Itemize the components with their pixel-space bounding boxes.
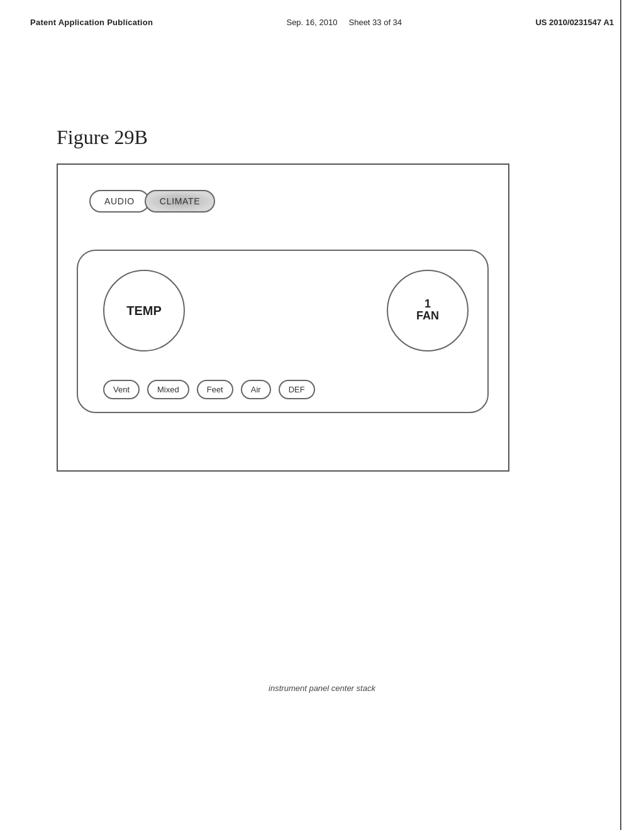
tab-audio[interactable]: AUDIO [89,190,150,213]
mode-air-button[interactable]: Air [241,380,271,399]
header-date: Sep. 16, 2010 [286,18,337,27]
temp-label: TEMP [126,304,162,318]
mode-feet-button[interactable]: Feet [197,380,233,399]
tab-row: AUDIO CLIMATE [89,190,215,213]
fan-number: 1 [425,298,431,309]
figure-title: Figure 29B [57,126,148,149]
control-area: TEMP 1 FAN Vent Mixed Feet Air DEF [77,250,489,413]
header-patent-number: US 2010/0231547 A1 [535,18,614,27]
mode-def-button[interactable]: DEF [279,380,315,399]
mode-vent-button[interactable]: Vent [103,380,140,399]
diagram-caption: instrument panel center stack [0,683,644,693]
right-border [620,0,621,830]
mode-buttons-row: Vent Mixed Feet Air DEF [103,380,315,399]
header-publication: Patent Application Publication [30,18,153,27]
mode-mixed-button[interactable]: Mixed [147,380,189,399]
page-header: Patent Application Publication Sep. 16, … [0,0,644,27]
header-date-sheet: Sep. 16, 2010 Sheet 33 of 34 [286,18,402,27]
tab-climate[interactable]: CLIMATE [145,190,216,213]
header-sheet: Sheet 33 of 34 [349,18,402,27]
diagram-box: AUDIO CLIMATE TEMP 1 FAN Vent Mixed Feet… [57,163,509,472]
fan-knob[interactable]: 1 FAN [387,270,469,351]
temp-knob[interactable]: TEMP [103,270,185,351]
fan-label: FAN [416,309,439,323]
